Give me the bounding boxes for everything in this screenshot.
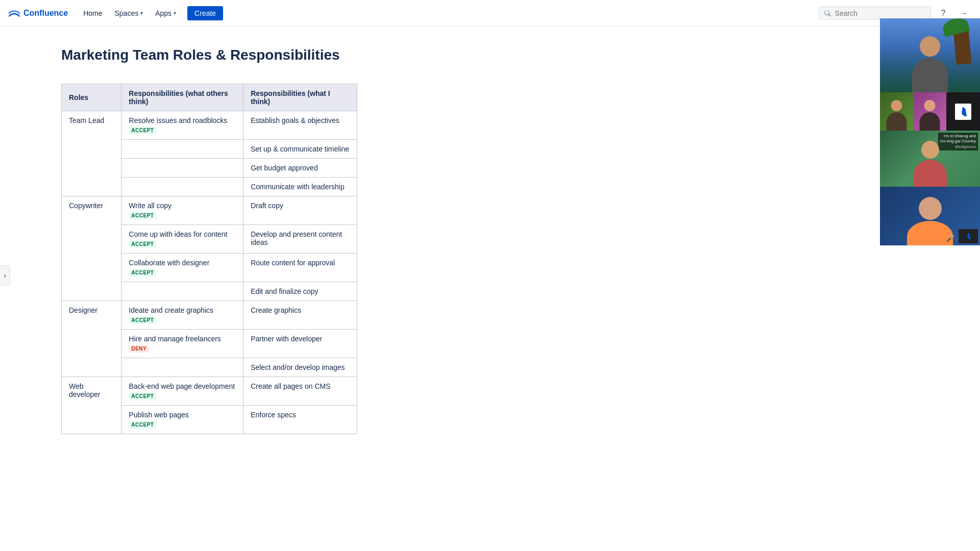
mine-cell: Select and/or develop images <box>243 358 357 377</box>
role-cell: Team Lead <box>62 111 121 196</box>
video-row-1 <box>880 92 980 131</box>
badge-accept: ACCEPT <box>129 269 156 277</box>
mine-cell: Develop and present content ideas <box>243 225 357 254</box>
others-cell-empty <box>121 140 243 159</box>
search-box[interactable] <box>819 7 931 20</box>
others-cell-empty <box>121 282 243 301</box>
video-panel: I'm in Dharug andGu-ring-gai Country@ind… <box>880 18 980 245</box>
nav-home[interactable]: Home <box>78 6 107 20</box>
badge-accept: ACCEPT <box>129 421 156 429</box>
video-cell-atlassian <box>946 92 979 131</box>
table-row: Team LeadResolve issues and roadblocksAC… <box>62 111 357 140</box>
video-bottom: 🎤 <box>880 187 980 245</box>
mine-cell: Route content for approval <box>243 254 357 282</box>
mine-cell: Enforce specs <box>243 406 357 434</box>
others-cell: Come up with ideas for contentACCEPT <box>121 225 243 254</box>
others-cell-empty <box>121 159 243 178</box>
nav-items: Home Spaces ▾ Apps ▾ Create <box>78 6 223 20</box>
badge-accept: ACCEPT <box>129 240 156 248</box>
table-row: Web developerBack-end web page developme… <box>62 377 357 406</box>
mine-cell: Edit and finalize copy <box>243 282 357 301</box>
col-roles: Roles <box>62 84 121 111</box>
nav-apps[interactable]: Apps ▾ <box>150 6 181 20</box>
video-main <box>880 18 980 92</box>
table-header-row: Roles Responsibilities (what others thin… <box>62 84 357 111</box>
mine-cell: Set up & communicate timeline <box>243 140 357 159</box>
others-cell: Publish web pagesACCEPT <box>121 406 243 434</box>
mine-cell: Create graphics <box>243 301 357 330</box>
mic-icon: 🎤 <box>946 234 954 242</box>
video-cell-1 <box>880 92 913 131</box>
others-cell: Write all copyACCEPT <box>121 196 243 225</box>
nav-spaces[interactable]: Spaces ▾ <box>109 6 148 20</box>
search-input[interactable] <box>835 9 925 17</box>
video-pip <box>959 229 978 243</box>
mine-cell: Partner with developer <box>243 330 357 358</box>
video-cell-2 <box>913 92 946 131</box>
others-cell: Ideate and create graphicsACCEPT <box>121 301 243 330</box>
mine-cell: Draft copy <box>243 196 357 225</box>
top-navigation: Confluence Home Spaces ▾ Apps ▾ Create ?… <box>0 0 980 27</box>
mine-cell: Create all pages on CMS <box>243 377 357 406</box>
table-row: CopywriterWrite all copyACCEPTDraft copy <box>62 196 357 225</box>
spaces-chevron-icon: ▾ <box>140 10 143 16</box>
video-country: I'm in Dharug andGu-ring-gai Country@ind… <box>880 131 980 187</box>
sidebar-toggle[interactable]: › <box>0 265 10 286</box>
role-cell: Web developer <box>62 377 121 434</box>
mine-cell: Get budget approved <box>243 159 357 178</box>
others-cell: Hire and manage freelancersDENY <box>121 330 243 358</box>
others-cell-empty <box>121 178 243 196</box>
col-mine: Responsibilities (what I think) <box>243 84 357 111</box>
create-button[interactable]: Create <box>187 6 223 20</box>
mine-cell: Communicate with leadership <box>243 178 357 196</box>
table-row: DesignerIdeate and create graphicsACCEPT… <box>62 301 357 330</box>
confluence-logo[interactable]: Confluence <box>8 7 68 19</box>
col-others: Responsibilities (what others think) <box>121 84 243 111</box>
main-content: Marketing Team Roles & Responsibilities … <box>0 27 643 455</box>
logo-text: Confluence <box>23 9 68 18</box>
others-cell-empty <box>121 358 243 377</box>
badge-deny: DENY <box>129 345 149 353</box>
badge-accept: ACCEPT <box>129 392 156 400</box>
others-cell: Collaborate with designerACCEPT <box>121 254 243 282</box>
badge-accept: ACCEPT <box>129 316 156 324</box>
search-icon <box>824 10 831 17</box>
others-cell: Back-end web page developmentACCEPT <box>121 377 243 406</box>
badge-accept: ACCEPT <box>129 212 156 219</box>
badge-accept: ACCEPT <box>129 127 156 134</box>
page-title: Marketing Team Roles & Responsibilities <box>61 47 602 63</box>
role-cell: Designer <box>62 301 121 377</box>
mine-cell: Establish goals & objectives <box>243 111 357 140</box>
apps-chevron-icon: ▾ <box>174 10 176 16</box>
role-cell: Copywriter <box>62 196 121 301</box>
roles-table: Roles Responsibilities (what others thin… <box>61 84 357 434</box>
others-cell: Resolve issues and roadblocksACCEPT <box>121 111 243 140</box>
